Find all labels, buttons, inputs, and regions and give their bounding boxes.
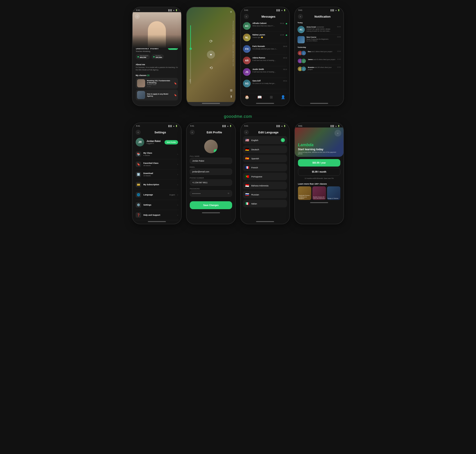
grid-nav-icon[interactable]: ⊞ xyxy=(270,95,273,99)
back-button-settings[interactable]: ‹ xyxy=(136,130,141,135)
settings-item-favorited[interactable]: 🔖 Favorited Class38 classes › xyxy=(135,159,179,169)
signal-3: ▌▌▌ ▲ 🔋 xyxy=(277,9,286,11)
home-indicator-3 xyxy=(256,103,274,104)
reviews-val: 300,984 xyxy=(155,56,162,58)
class-thumb-design[interactable]: Design a F Abstract xyxy=(327,186,340,200)
video-ctrl-sync1[interactable]: ⟳ xyxy=(209,39,213,44)
notif-title: Notification xyxy=(305,15,340,18)
notif-course-label: New Course xyxy=(307,36,335,38)
settings-item-help[interactable]: ❓ Help and Support › xyxy=(135,210,179,220)
notif-item-2[interactable]: New Course Music Production for Beginner… xyxy=(298,35,341,45)
settings-nav-header: ‹ Settings xyxy=(132,128,181,136)
back-button-ep[interactable]: ‹ xyxy=(190,130,195,135)
message-item-1[interactable]: AC Alfredo Calzoni 09:18 What about that… xyxy=(243,20,287,32)
notif-item-4[interactable]: J + James and 43 others liked your proje… xyxy=(298,57,341,65)
myclass-label: My Class4 classes xyxy=(143,152,175,156)
msg-avatar-4: AR xyxy=(243,57,251,64)
message-item-2[interactable]: NL Naima Lauren 12:44 I know right 😊 xyxy=(243,32,287,43)
video-top-close[interactable]: ✕ xyxy=(230,10,232,14)
price-year-button[interactable]: $60.99 / year xyxy=(298,159,340,166)
msg-time-6: 05:01 xyxy=(283,80,287,82)
class-item-1[interactable]: Modeling 101: Fundamentals of Modeling R… xyxy=(136,78,178,89)
notif-item-1[interactable]: AC Anna Cevat commented Indeed! He's gre… xyxy=(298,25,341,35)
lang-english[interactable]: 🇺🇸 English ✓ xyxy=(243,136,287,144)
settings-item-myclass[interactable]: 📚 My Class4 classes › xyxy=(135,149,179,159)
bookmark-icon-2: 🔖 xyxy=(174,94,177,96)
ep-avatar[interactable]: + xyxy=(204,140,218,153)
msg-name-row-4: Adena Ramos 09:32 xyxy=(252,57,287,59)
lang-name-russian: Russian xyxy=(251,193,285,196)
email-input[interactable]: jordan@email.com xyxy=(190,169,232,175)
language-current: English xyxy=(169,194,175,196)
status-bar-8: 9:41 ▌▌▌ ▲ 🔋 xyxy=(295,123,344,128)
time-8: 9:41 xyxy=(298,125,302,127)
battery-5-icon: 🔋 xyxy=(175,125,178,127)
book-nav-icon[interactable]: 📖 xyxy=(257,95,262,99)
notif-content-4: James and 43 others liked your project xyxy=(308,58,335,61)
stats-row: Total Students 868,596 Reviews 300,984 xyxy=(136,54,178,59)
settings-gear-icon: ⚙️ xyxy=(136,202,141,208)
settings-item-settings[interactable]: ⚙️ Settings › xyxy=(135,200,179,210)
class-label-2: Realistic Design with Color and Expressi… xyxy=(313,196,325,199)
class-thumb-realistic[interactable]: Realistic Design with Color and Expressi… xyxy=(312,186,326,200)
wifi-icon: ▲ xyxy=(173,9,175,11)
class-item-2[interactable]: How to apply to any Model Agency 🔖 xyxy=(136,90,178,100)
notif-time-5: 10:32 xyxy=(337,66,341,68)
reviews-dot xyxy=(153,56,155,58)
lang-french[interactable]: 🇫🇷 French xyxy=(243,164,287,171)
signal-7-icon: ▌▌▌ xyxy=(277,125,280,127)
lang-name-italian: Italian xyxy=(251,202,285,205)
message-item-6[interactable]: SG Sara Grif 05:01 Oh come on! Is it rea… xyxy=(243,78,287,89)
lang-portuguese[interactable]: 🇵🇹 Portuguese xyxy=(243,173,287,180)
form-group-name: FULL NAME Jordan Rakei xyxy=(190,155,232,164)
lang-spanish[interactable]: 🇪🇸 Spanish xyxy=(243,155,287,162)
settings-item-download[interactable]: ⬇️ Download13 classes › xyxy=(135,169,179,180)
video-icon-captions[interactable]: ⊞ xyxy=(230,89,233,92)
lambda-overlay: Lambda Start learning today Cancel at an… xyxy=(295,140,344,157)
save-changes-button[interactable]: Save Changes xyxy=(190,201,232,209)
notif-content-2: New Course Music Production for Beginner… xyxy=(307,36,335,42)
phone-video: Photography for Instagram: Capture and S… xyxy=(186,7,236,106)
video-icon-share[interactable]: ⬆ xyxy=(230,95,233,98)
video-overlay: ⟳ ♥ ⟲ xyxy=(187,7,235,102)
class-name-2: How to apply to any Model Agency xyxy=(147,93,172,97)
video-ctrl-sync2[interactable]: ⟲ xyxy=(209,65,213,70)
favorited-label: Favorited Class38 classes xyxy=(143,162,175,166)
home-nav-icon[interactable]: 🏠 xyxy=(245,95,249,99)
fullname-input[interactable]: Jordan Rakei xyxy=(190,158,232,164)
price-month-button[interactable]: $5.99 / month xyxy=(298,168,340,176)
ep-edit-dot[interactable]: + xyxy=(214,149,218,153)
msg-time-1: 09:18 xyxy=(280,23,284,24)
msg-content-6: Sara Grif 05:01 Oh come on! Is it really… xyxy=(252,80,287,84)
eye-icon[interactable]: 👁 xyxy=(227,192,230,195)
lambda-back-btn[interactable]: ‹ xyxy=(335,130,341,136)
notif-text-1: Indeed! He's great mentor, always lookin… xyxy=(307,28,335,32)
notif-item-5[interactable]: B + Brandon and 36 others liked your pro… xyxy=(298,65,341,73)
back-button-messages[interactable]: ‹ xyxy=(244,14,249,19)
phone-edit-profile: 9:41 ▌▌▌ ▲ 🔋 ‹ Edit Profile + FULL NAME … xyxy=(186,122,236,224)
settings-item-subscription[interactable]: 💳 My Subscription › xyxy=(135,180,179,190)
online-dot-1 xyxy=(286,23,287,24)
message-item-3[interactable]: FH Fariz Hussain 08:06 I've already watc… xyxy=(243,43,287,55)
back-button-notif[interactable]: ‹ xyxy=(298,14,303,19)
lang-deutsch[interactable]: 🇩🇪 Deutsch xyxy=(243,145,287,153)
edit-profile-button[interactable]: Edit Profile xyxy=(165,140,178,144)
password-input[interactable]: •••••••• 👁 xyxy=(190,190,232,197)
message-item-5[interactable]: JS Justin Smith 06:21 It will have two l… xyxy=(243,66,287,78)
back-button-lang[interactable]: ‹ xyxy=(244,130,249,135)
settings-item-language[interactable]: 🌐 Language English › xyxy=(135,190,179,200)
wifi-7-icon: ▲ xyxy=(281,125,283,127)
class-thumb-handmade[interactable]: Handmade Textures & Halftones for Design… xyxy=(298,186,311,200)
messages-title: Messages xyxy=(251,15,286,18)
phone-input[interactable]: +1 234 567 8911 xyxy=(190,179,232,186)
lang-italian[interactable]: 🇮🇹 Italian xyxy=(243,200,287,207)
video-play-btn[interactable]: ♥ xyxy=(207,51,215,59)
language-label: Language xyxy=(143,194,167,196)
back-button-profile[interactable]: ‹ xyxy=(135,14,140,19)
msg-name-row-6: Sara Grif 05:01 xyxy=(252,80,287,82)
message-item-4[interactable]: AR Adena Ramos 09:32 It will have two li… xyxy=(243,55,287,66)
person-nav-icon[interactable]: 👤 xyxy=(281,95,285,99)
lang-bahasa[interactable]: 🇮🇩 Bahasa Indonesia xyxy=(243,182,287,189)
lang-russian[interactable]: 🇷🇺 Russian xyxy=(243,191,287,198)
notif-item-3[interactable]: E + Eva and 2 others liked your project … xyxy=(298,49,341,57)
